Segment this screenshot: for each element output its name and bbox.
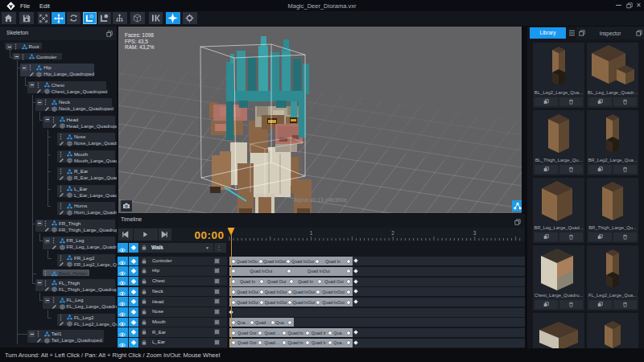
svg-text:1: 1 <box>310 230 313 236</box>
svg-text:3: 3 <box>473 230 477 236</box>
svg-text:2: 2 <box>391 230 394 236</box>
